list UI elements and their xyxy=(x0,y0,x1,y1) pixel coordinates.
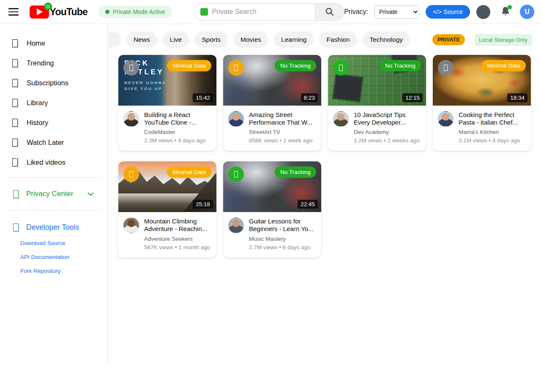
logo-text: YouTube xyxy=(50,6,87,18)
duration-badge: 18:34 xyxy=(507,93,527,102)
data-policy-badge: Minimal Data xyxy=(167,60,211,71)
chevron-down-icon xyxy=(87,192,94,196)
privacy-status-icon xyxy=(438,60,454,76)
sidebar-item[interactable]: History xyxy=(0,113,107,133)
search-input[interactable] xyxy=(212,8,309,16)
duration-badge: 15:42 xyxy=(193,93,213,102)
duration-badge: 12:15 xyxy=(402,93,423,102)
sidebar-privacy-center[interactable]: Privacy Center xyxy=(0,183,107,205)
video-card[interactable]: RICK ASTLEY NEVER GONNA GIVE YOU UP Mini… xyxy=(118,55,216,151)
video-title[interactable]: Amazing Street Performance That W... xyxy=(249,111,316,126)
duration-badge: 25:18 xyxy=(193,200,213,209)
category-chip[interactable]: Sports xyxy=(194,32,228,48)
video-thumbnail[interactable]: Minimal Data 25:18 xyxy=(118,161,216,212)
channel-name[interactable]: CodeMaster xyxy=(144,129,211,135)
channel-name[interactable]: Mama's Kitchen xyxy=(459,129,526,135)
sidebar-item-icon xyxy=(12,79,18,87)
category-chip[interactable]: Learning xyxy=(274,32,314,48)
privacy-center-label: Privacy Center xyxy=(26,190,73,198)
logo-play-icon xyxy=(30,5,49,19)
video-meta: 567K views • 1 month ago xyxy=(144,244,211,250)
sidebar-item-label: Watch Later xyxy=(27,139,64,147)
sidebar-item-icon xyxy=(12,119,18,127)
private-mode-label: Private Mode Active xyxy=(113,8,165,15)
video-title[interactable]: Building a React YouTube Clone -... xyxy=(144,111,211,126)
sidebar-item[interactable]: Library xyxy=(0,93,107,113)
developer-tools-link[interactable]: Fork Repository xyxy=(0,264,107,278)
sidebar-item-icon xyxy=(12,139,18,147)
sidebar-item[interactable]: Home xyxy=(0,33,107,53)
data-policy-badge: No Tracking xyxy=(275,166,316,178)
video-thumbnail[interactable]: Minimal Data 18:34 xyxy=(433,55,531,106)
channel-avatar[interactable] xyxy=(123,111,139,127)
sidebar-divider xyxy=(7,210,101,210)
video-meta: 1.2M views • 2 weeks ago xyxy=(354,137,421,144)
category-chip[interactable]: Technology xyxy=(363,32,410,48)
user-avatar[interactable]: U xyxy=(520,5,534,19)
duration-badge: 8:23 xyxy=(301,93,318,102)
video-meta: 3.1M views • 4 days ago xyxy=(459,137,526,144)
developer-tools-link[interactable]: Download Source xyxy=(0,236,107,250)
video-title[interactable]: Mountain Climbing Adventure - Reachin... xyxy=(144,218,211,232)
privacy-status-icon xyxy=(123,60,139,76)
video-card[interactable]: Minimal Data 18:34 Cooking the Perfect P… xyxy=(433,55,531,151)
sidebar-divider xyxy=(7,177,101,178)
category-chips-bar: News Live Sports Movies Learning Fashion… xyxy=(108,24,541,48)
category-chip[interactable]: Movies xyxy=(233,32,268,48)
sidebar-item-label: Subscriptions xyxy=(27,79,68,87)
video-title[interactable]: Guitar Lessons for Beginners - Learn Yo.… xyxy=(249,218,316,232)
video-thumbnail[interactable]: No Tracking 22:45 xyxy=(223,161,321,212)
theme-toggle-icon[interactable] xyxy=(476,5,490,19)
channel-name[interactable]: Dev Academy xyxy=(354,129,421,135)
sidebar-item[interactable]: Trending xyxy=(0,53,107,73)
youtube-logo[interactable]: YouTube xyxy=(30,5,87,19)
search-bar xyxy=(194,3,344,21)
video-card[interactable]: No Tracking 8:23 Amazing Street Performa… xyxy=(223,55,321,151)
video-meta: 2.3M views • 3 days ago xyxy=(144,137,211,144)
category-chip[interactable]: Live xyxy=(163,32,189,48)
search-button[interactable] xyxy=(315,4,344,20)
developer-tools-label: Developer Tools xyxy=(26,223,79,232)
video-thumbnail[interactable]: RICK ASTLEY NEVER GONNA GIVE YOU UP Mini… xyxy=(118,55,216,106)
category-chip[interactable]: News xyxy=(126,32,157,48)
video-thumbnail[interactable]: No Tracking 8:23 xyxy=(223,55,321,106)
channel-avatar[interactable] xyxy=(123,218,139,233)
sidebar: Home Trending Subscriptions Library Hist… xyxy=(0,24,108,365)
channel-name[interactable]: StreetArt TV xyxy=(249,129,316,135)
top-header: YouTube Private Mode Active Privacy: Pri… xyxy=(0,0,541,24)
channel-avatar[interactable] xyxy=(333,111,349,127)
privacy-select[interactable]: Private xyxy=(374,5,419,19)
developer-tools-link[interactable]: API Documentation xyxy=(0,250,107,264)
channel-avatar[interactable] xyxy=(438,111,454,127)
chip-clipped[interactable] xyxy=(108,32,121,48)
data-policy-badge: No Tracking xyxy=(380,60,421,71)
source-button[interactable]: </> Source xyxy=(426,5,470,19)
sidebar-item[interactable]: Subscriptions xyxy=(0,73,107,93)
video-title[interactable]: 10 JavaScript Tips Every Developer... xyxy=(354,111,421,126)
privacy-center-icon xyxy=(13,190,19,198)
green-dot-icon xyxy=(105,10,109,14)
data-policy-badge: Minimal Data xyxy=(167,166,211,178)
video-title[interactable]: Cooking the Perfect Pasta - Italian Chef… xyxy=(459,111,526,126)
channel-name[interactable]: Adventure Seekers xyxy=(144,236,211,242)
video-card[interactable]: Minimal Data 25:18 Mountain Climbing Adv… xyxy=(118,161,216,257)
sidebar-item[interactable]: Liked videos xyxy=(0,152,107,172)
video-card[interactable]: No Tracking 12:15 10 JavaScript Tips Eve… xyxy=(328,55,426,151)
channel-name[interactable]: Music Mastery xyxy=(249,236,316,242)
sidebar-item[interactable]: Watch Later xyxy=(0,133,107,152)
notifications-button[interactable] xyxy=(500,6,511,18)
privacy-status-icon xyxy=(228,60,244,76)
logo-privacy-badge-icon xyxy=(44,3,52,11)
video-thumbnail[interactable]: No Tracking 12:15 xyxy=(328,55,426,106)
main-content: News Live Sports Movies Learning Fashion… xyxy=(108,24,541,392)
sidebar-item-icon xyxy=(12,59,18,67)
video-meta: 856K views • 1 week ago xyxy=(249,137,316,144)
channel-avatar[interactable] xyxy=(228,218,244,233)
category-chip[interactable]: Fashion xyxy=(319,32,357,48)
video-card[interactable]: No Tracking 22:45 Guitar Lessons for Beg… xyxy=(223,161,321,257)
sidebar-developer-tools[interactable]: Developer Tools xyxy=(0,215,107,236)
menu-icon[interactable] xyxy=(8,8,19,16)
sidebar-item-label: Home xyxy=(27,39,45,47)
video-grid: RICK ASTLEY NEVER GONNA GIVE YOU UP Mini… xyxy=(108,48,541,258)
channel-avatar[interactable] xyxy=(228,111,244,127)
